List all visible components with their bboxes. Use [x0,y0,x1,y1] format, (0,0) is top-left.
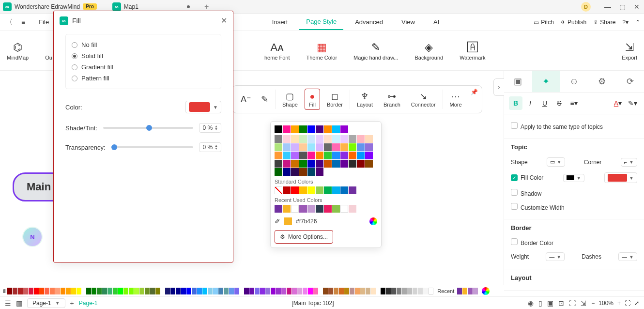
ribbon-export[interactable]: ⇲Export [622,41,637,61]
ft-fill[interactable]: ●Fill [305,89,320,110]
apply-same-type[interactable]: Apply to the same type of topics [511,119,637,133]
strip-recent-swatch[interactable] [468,288,473,294]
panel-collapse-button[interactable]: › [493,78,504,96]
strip-swatch[interactable] [18,288,23,294]
strip-swatch[interactable] [234,288,239,294]
strip-swatch[interactable] [249,288,254,294]
color-swatch[interactable] [324,135,332,143]
color-swatch[interactable] [291,152,299,159]
fill-opt-solid[interactable]: Solid fill [72,50,215,62]
ft-layout[interactable]: ♆Layout [353,89,377,109]
strip-swatch[interactable] [271,288,276,294]
menu-insert[interactable]: Insert [265,15,295,30]
strip-swatch[interactable] [303,288,307,294]
color-swatch[interactable] [332,135,340,143]
pitch-button[interactable]: ▭ Pitch [534,19,554,26]
outline-view-icon[interactable]: ☰ [5,299,11,307]
color-swatch[interactable] [365,143,373,151]
strip-swatch[interactable] [155,288,160,294]
ribbon-watermark[interactable]: 🄰Watermark [460,41,485,61]
color-swatch[interactable] [299,205,307,213]
strip-swatch[interactable] [224,288,229,294]
strip-swatch[interactable] [423,288,428,294]
menu-view[interactable]: View [395,15,422,30]
color-swatch[interactable] [349,186,356,194]
rp-tab-history[interactable]: ⟳ [616,71,644,92]
strip-swatch[interactable] [350,288,354,294]
strip-swatch[interactable] [34,288,39,294]
fill-color-check[interactable]: ✓ [511,174,518,181]
color-swatch[interactable] [291,160,299,168]
color-wheel-button[interactable] [369,217,377,225]
color-swatch[interactable] [357,160,365,168]
color-swatch[interactable] [291,168,299,176]
fmt-font-color[interactable]: A▾ [611,96,625,110]
strip-swatch[interactable] [123,288,128,294]
color-swatch[interactable] [340,143,348,151]
fit-screen[interactable]: ⛶ [625,300,630,307]
strip-swatch[interactable] [308,288,313,294]
color-swatch[interactable] [307,152,315,159]
color-swatch[interactable] [349,152,356,159]
color-swatch[interactable] [349,143,356,151]
color-swatch[interactable] [349,205,356,213]
fmt-italic[interactable]: I [523,96,537,110]
collapse-ribbon[interactable]: ⌃ [635,19,640,26]
color-swatch[interactable] [316,143,323,151]
ribbon-theme-font[interactable]: Aᴀheme Font [264,41,290,61]
strip-swatch[interactable] [429,288,433,294]
strip-swatch[interactable] [339,288,344,294]
share-button[interactable]: ⇪ Share [593,19,615,26]
eyedropper-button[interactable]: ✐ [275,217,280,225]
status-icon-3[interactable]: ▣ [547,299,553,307]
color-swatch[interactable] [332,205,340,213]
strip-recent-swatch[interactable] [457,288,462,294]
ribbon-background[interactable]: ◈Background [414,41,443,61]
strip-swatch[interactable] [150,288,155,294]
strip-swatch[interactable] [244,288,249,294]
dashes-select[interactable]: — ▼ [618,252,637,261]
strip-swatch[interactable] [23,288,28,294]
color-swatch[interactable] [275,160,282,168]
color-swatch[interactable] [299,168,307,176]
color-swatch[interactable] [316,152,323,159]
doc-tab[interactable]: ∞ Map1 [109,2,190,11]
strip-swatch[interactable] [113,288,118,294]
color-swatch[interactable] [332,125,340,133]
fullscreen[interactable]: ⤢ [634,300,639,307]
strip-swatch[interactable] [260,288,265,294]
strip-swatch[interactable] [381,288,385,294]
shade-slider[interactable] [103,127,193,129]
strip-swatch[interactable] [355,288,360,294]
color-swatch[interactable] [291,205,299,213]
transparency-spinner[interactable]: ▲▼ [215,144,218,150]
fmt-bold[interactable]: B [509,96,522,110]
strip-swatch[interactable] [66,288,71,294]
color-swatch[interactable] [332,152,340,159]
border-color-check[interactable] [511,238,518,245]
color-swatch[interactable] [299,152,307,159]
color-swatch[interactable] [299,135,307,143]
color-swatch[interactable] [340,135,348,143]
color-swatch[interactable] [357,152,365,159]
color-swatch[interactable] [291,143,299,151]
strip-swatch[interactable] [265,288,270,294]
strip-swatch[interactable] [328,288,333,294]
strip-swatch[interactable] [86,288,91,294]
ft-font-minus[interactable]: A⁻ [237,92,255,107]
color-swatch[interactable] [299,125,307,133]
strip-swatch[interactable] [397,288,401,294]
zoom-in[interactable]: + [617,300,621,307]
color-swatch[interactable] [316,205,323,213]
strip-swatch[interactable] [192,288,197,294]
strip-swatch[interactable] [7,288,12,294]
nav-back[interactable]: 〈 [4,18,15,27]
zoom-out[interactable]: − [591,300,595,307]
strip-swatch[interactable] [281,288,286,294]
menu-page-style[interactable]: Page Style [299,14,343,30]
color-swatch[interactable] [349,160,356,168]
strip-recent-swatch[interactable] [462,288,467,294]
color-swatch[interactable] [332,143,340,151]
color-swatch[interactable] [316,160,323,168]
strip-swatch[interactable] [176,288,181,294]
